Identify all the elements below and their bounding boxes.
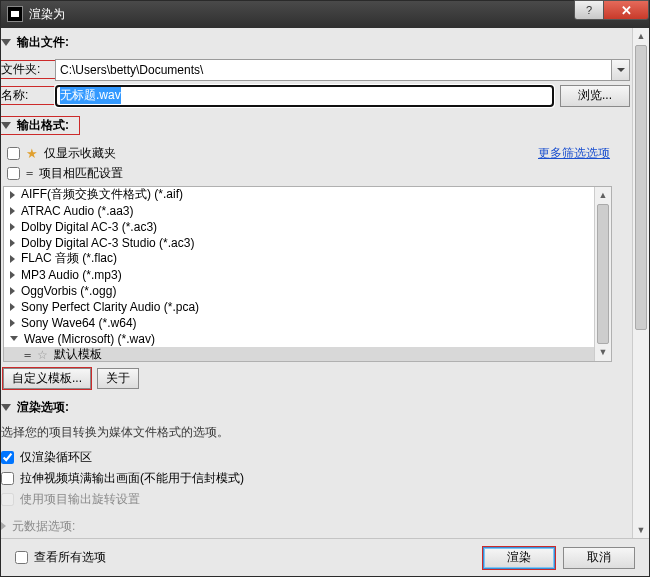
format-item[interactable]: Dolby Digital AC-3 (*.ac3)	[4, 219, 611, 235]
scroll-up-icon[interactable]: ▲	[595, 187, 611, 204]
format-item[interactable]: Sony Perfect Clarity Audio (*.pca)	[4, 299, 611, 315]
content-scrollbar[interactable]: ▲ ▼	[632, 28, 649, 538]
chevron-right-icon	[10, 223, 15, 231]
chevron-down-icon	[1, 404, 11, 411]
equals-icon: =	[24, 348, 31, 362]
view-all-options-checkbox[interactable]	[15, 551, 28, 564]
scroll-down-icon[interactable]: ▼	[633, 521, 649, 538]
format-item[interactable]: MP3 Audio (*.mp3)	[4, 267, 611, 283]
format-item[interactable]: AIFF(音频交换文件格式) (*.aif)	[4, 187, 611, 203]
chevron-right-icon	[10, 287, 15, 295]
scrollbar-thumb[interactable]	[635, 45, 647, 331]
render-as-dialog: 渲染为 ? ✕ 输出文件: 文件夹: C:\Users\betty\Docume…	[0, 0, 650, 577]
stretch-video-checkbox[interactable]	[1, 472, 14, 485]
loop-region-checkbox[interactable]	[1, 451, 14, 464]
format-item[interactable]: ATRAC Audio (*.aa3)	[4, 203, 611, 219]
show-favorites-label: 仅显示收藏夹	[44, 145, 116, 162]
chevron-down-icon	[10, 336, 18, 341]
filename-input[interactable]	[55, 85, 554, 107]
equals-icon: =	[26, 166, 33, 180]
section-metadata[interactable]: 元数据选项:	[1, 518, 630, 535]
close-button[interactable]: ✕	[603, 0, 649, 20]
about-button[interactable]: 关于	[97, 368, 139, 389]
scrollbar-thumb[interactable]	[597, 204, 609, 344]
section-render-options[interactable]: 渲染选项:	[1, 399, 630, 416]
chevron-down-icon	[1, 122, 11, 129]
titlebar: 渲染为 ? ✕	[1, 1, 649, 28]
format-item[interactable]: Sony Wave64 (*.w64)	[4, 315, 611, 331]
chevron-right-icon	[10, 303, 15, 311]
format-item[interactable]: FLAC 音频 (*.flac)	[4, 251, 611, 267]
format-item[interactable]: OggVorbis (*.ogg)	[4, 283, 611, 299]
scroll-down-icon[interactable]: ▼	[595, 344, 611, 361]
star-icon: ★	[26, 146, 38, 161]
chevron-right-icon	[10, 319, 15, 327]
view-all-options-label: 查看所有选项	[34, 549, 106, 566]
use-rotation-checkbox	[1, 493, 14, 506]
folder-label: 文件夹:	[1, 61, 55, 78]
chevron-right-icon	[10, 271, 15, 279]
loop-region-label: 仅渲染循环区	[20, 449, 92, 466]
format-list-scrollbar[interactable]: ▲ ▼	[594, 187, 611, 361]
chevron-right-icon	[10, 191, 15, 199]
star-outline-icon: ☆	[37, 348, 48, 362]
stretch-video-label: 拉伸视频填满输出画面(不能用于信封模式)	[20, 470, 244, 487]
folder-dropdown-button[interactable]	[612, 59, 630, 81]
format-item[interactable]: Dolby Digital AC-3 Studio (*.ac3)	[4, 235, 611, 251]
cancel-button[interactable]: 取消	[563, 547, 635, 569]
section-output-format[interactable]: 输出格式:	[1, 117, 79, 134]
section-output-file[interactable]: 输出文件:	[1, 34, 630, 51]
custom-template-button[interactable]: 自定义模板...	[3, 368, 91, 389]
chevron-right-icon	[10, 239, 15, 247]
name-label: 名称:	[1, 87, 55, 104]
match-project-checkbox[interactable]	[7, 167, 20, 180]
format-item-wave[interactable]: Wave (Microsoft) (*.wav)	[4, 331, 611, 347]
chevron-down-icon	[617, 68, 625, 72]
format-list: AIFF(音频交换文件格式) (*.aif) ATRAC Audio (*.aa…	[3, 186, 612, 362]
chevron-right-icon	[10, 255, 15, 263]
scroll-up-icon[interactable]: ▲	[633, 28, 649, 45]
folder-path-display: C:\Users\betty\Documents\	[55, 59, 612, 81]
use-rotation-label: 使用项目输出旋转设置	[20, 491, 140, 508]
content-area: 输出文件: 文件夹: C:\Users\betty\Documents\ 名称:…	[1, 28, 649, 538]
help-button[interactable]: ?	[574, 0, 604, 20]
chevron-right-icon	[1, 522, 6, 530]
app-icon	[7, 6, 23, 22]
more-filter-link[interactable]: 更多筛选选项	[538, 145, 610, 162]
browse-button[interactable]: 浏览...	[560, 85, 630, 107]
template-default[interactable]: = ☆ 默认模板	[4, 347, 611, 362]
chevron-down-icon	[1, 39, 11, 46]
show-favorites-checkbox[interactable]	[7, 147, 20, 160]
footer: 查看所有选项 渲染 取消	[1, 538, 649, 576]
render-options-desc: 选择您的项目转换为媒体文件格式的选项。	[1, 424, 630, 441]
render-button[interactable]: 渲染	[483, 547, 555, 569]
window-title: 渲染为	[29, 6, 575, 23]
match-project-label: 项目相匹配设置	[39, 165, 123, 182]
chevron-right-icon	[10, 207, 15, 215]
